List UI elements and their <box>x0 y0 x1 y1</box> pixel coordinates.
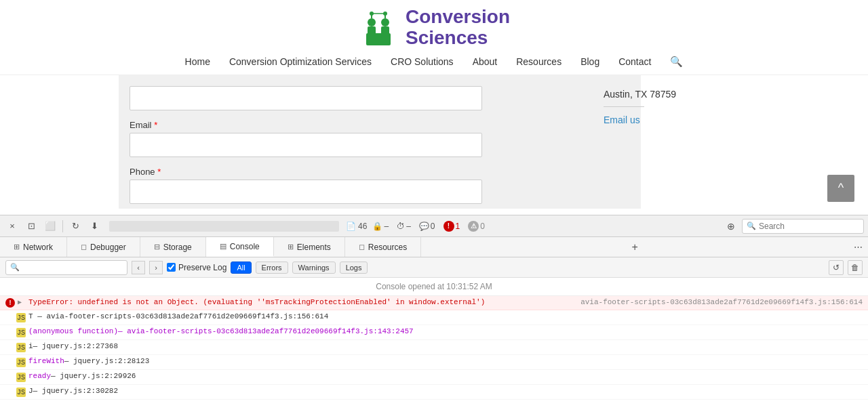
tab-elements[interactable]: ⊞ Elements <box>274 237 345 257</box>
toolbar-separator-1 <box>62 220 63 232</box>
row-text-5: ready— jquery.js:2:29926 <box>28 372 863 380</box>
console-row-2: JS (anonymous function)— avia-footer-scr… <box>0 325 868 340</box>
add-tab-button[interactable]: + <box>626 237 643 257</box>
console-opened-message: Console opened at 10:31:52 AM <box>0 278 868 296</box>
dock-button[interactable]: ⊡ <box>23 218 39 234</box>
timer-badge: ⏱– <box>394 222 414 231</box>
js-icon-6: JS <box>16 388 26 397</box>
nav-about[interactable]: About <box>473 56 498 67</box>
network-tab-label: Network <box>23 243 53 252</box>
console-row-3: JS i— jquery.js:2:27368 <box>0 340 868 355</box>
nav-resources[interactable]: Resources <box>516 56 561 67</box>
tab-debugger[interactable]: ◻ Debugger <box>67 237 140 257</box>
phone-input[interactable] <box>130 180 482 204</box>
download-button[interactable]: ⬇ <box>86 218 102 234</box>
main-content: Email * Phone * Austin, TX 78759 Email u… <box>0 75 868 209</box>
elements-tab-icon: ⊞ <box>288 243 294 251</box>
console-row-4: JS fireWith— jquery.js:2:28123 <box>0 355 868 370</box>
console-tab-label: Console <box>230 242 260 251</box>
email-us-link[interactable]: Email us <box>604 114 640 125</box>
filter-errors-button[interactable]: Errors <box>256 262 288 274</box>
trash-console-button[interactable]: 🗑 <box>848 260 863 275</box>
nav-wrapper: Conversion Sciences Home Conversion Opti… <box>27 7 841 68</box>
phone-field-container: Phone * <box>130 167 505 204</box>
error-badge: ! 1 <box>441 221 463 232</box>
timer-icon: ⏱ <box>397 222 405 231</box>
tab-network[interactable]: ⊞ Network <box>0 237 67 257</box>
logo-text-container: Conversion Sciences <box>406 7 510 49</box>
error-indicator: ! <box>5 298 15 308</box>
email-input[interactable] <box>130 133 482 157</box>
console-toolbar: 🔍 ‹ › Preserve Log All Errors Warnings L… <box>0 257 868 278</box>
console-search-box[interactable]: 🔍 <box>5 260 127 275</box>
row-text-6: J— jquery.js:2:30282 <box>28 387 863 395</box>
nav-links: Home Conversion Optimization Services CR… <box>185 56 684 68</box>
debugger-tab-icon: ◻ <box>81 243 87 251</box>
tab-storage[interactable]: ⊟ Storage <box>140 237 206 257</box>
svg-point-1 <box>368 18 376 26</box>
more-options-button[interactable]: ⋯ <box>848 237 868 257</box>
preserve-log-label: Preserve Log <box>167 263 226 272</box>
js-icon-3: JS <box>16 343 26 352</box>
warning-count-circle: ⚠ <box>468 221 479 232</box>
devtools-search-box[interactable]: 🔍 <box>742 219 864 234</box>
preserve-log-checkbox[interactable] <box>167 263 176 272</box>
console-row-6: JS J— jquery.js:2:30282 <box>0 385 868 400</box>
network-tab-icon: ⊞ <box>14 243 20 251</box>
js-icon-1: JS <box>16 313 26 322</box>
logo-text: Conversion Sciences <box>406 7 510 49</box>
svg-point-3 <box>381 18 389 26</box>
divider <box>604 106 644 107</box>
contact-address: Austin, TX 78759 <box>604 89 841 100</box>
row-text-2: (anonymous function)— avia-footer-script… <box>28 327 863 335</box>
split-button[interactable]: ⬜ <box>42 218 58 234</box>
console-tab-icon: ▤ <box>220 242 226 251</box>
row-text-1: T — avia-footer-scripts-03c63d813ade2af7… <box>28 312 863 320</box>
js-icon-5: JS <box>16 373 26 382</box>
form-panel: Email * Phone * <box>119 75 641 209</box>
console-row-1: JS T — avia-footer-scripts-03c63d813ade2… <box>0 310 868 325</box>
comment-badge: 💬0 <box>416 222 438 231</box>
comment-icon: 💬 <box>419 222 429 231</box>
filter-warnings-button[interactable]: Warnings <box>292 262 336 274</box>
row-text-3: i— jquery.js:2:27368 <box>28 342 863 350</box>
filter-all-button[interactable]: All <box>231 262 251 274</box>
devtools-tabs: ⊞ Network ◻ Debugger ⊟ Storage ▤ Console… <box>0 237 868 257</box>
error-count-circle: ! <box>443 221 454 232</box>
devtools-search-input[interactable] <box>759 222 859 231</box>
prev-result-button[interactable]: ‹ <box>132 261 145 274</box>
console-row-0: ! ▶ TypeError: undefined is not an Objec… <box>0 296 868 310</box>
file-icon: 📄 <box>346 222 356 231</box>
console-search-input[interactable] <box>22 263 123 272</box>
svg-rect-2 <box>368 26 376 36</box>
js-icon-4: JS <box>16 358 26 367</box>
scroll-top-button[interactable]: ^ <box>827 175 854 202</box>
close-devtools-button[interactable]: × <box>4 218 20 234</box>
next-result-button[interactable]: › <box>149 261 163 274</box>
filter-logs-button[interactable]: Logs <box>340 262 368 274</box>
nav-search-icon[interactable]: 🔍 <box>670 56 683 68</box>
js-icon-2: JS <box>16 328 26 337</box>
top-input[interactable] <box>130 86 482 110</box>
clear-console-button[interactable]: ↺ <box>829 260 844 275</box>
expand-arrow[interactable]: ▶ <box>18 298 26 306</box>
console-search-icon: 🔍 <box>10 263 20 272</box>
nav-home[interactable]: Home <box>185 56 210 67</box>
top-input-field <box>130 86 505 110</box>
resources-tab-icon: ◻ <box>359 243 365 251</box>
email-label: Email * <box>130 120 505 130</box>
nav-conversion[interactable]: Conversion Optimization Services <box>229 56 372 67</box>
row-text-4: fireWith— jquery.js:2:28123 <box>28 357 863 365</box>
resources-tab-label: Resources <box>368 243 407 252</box>
error-link-0[interactable]: avia-footer-scripts-03c63d813ade2af7761d… <box>580 298 863 306</box>
error-count-value: 1 <box>456 222 460 231</box>
reload-button[interactable]: ↻ <box>67 218 83 234</box>
tab-resources[interactable]: ◻ Resources <box>345 237 421 257</box>
nav-contact[interactable]: Contact <box>618 56 651 67</box>
globe-icon: ⊕ <box>727 221 735 232</box>
email-required: * <box>154 120 157 130</box>
tab-console[interactable]: ▤ Console <box>206 237 274 257</box>
nav-cro[interactable]: CRO Solutions <box>391 56 454 67</box>
nav-blog[interactable]: Blog <box>580 56 599 67</box>
logo-icon <box>358 7 399 48</box>
